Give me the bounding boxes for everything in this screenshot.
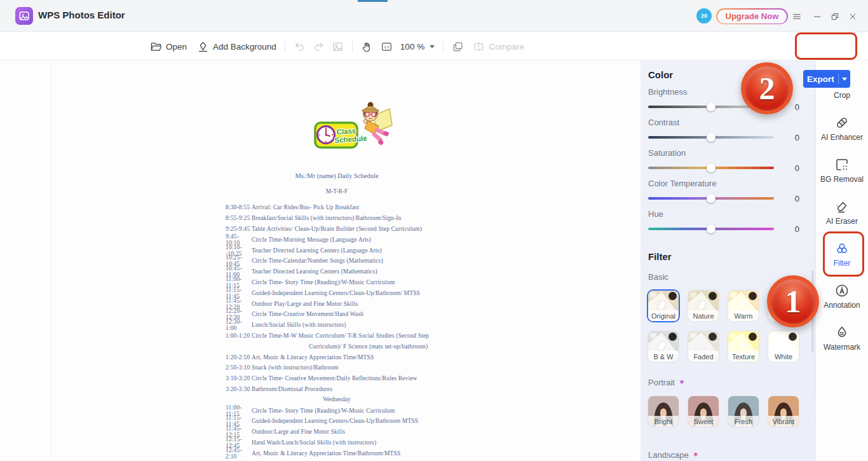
landscape-label: Landscape ✶ xyxy=(648,450,808,460)
filter-tile-label: Texture xyxy=(728,351,759,362)
slider-label: Color Temperature xyxy=(648,179,808,189)
undo-icon[interactable] xyxy=(294,41,306,53)
bg-removal-icon xyxy=(834,157,850,172)
actual-size-icon[interactable]: 1:1 xyxy=(381,41,393,53)
sparkle-icon: ✶ xyxy=(693,450,699,459)
tool-filter[interactable]: Filter xyxy=(818,241,866,270)
filter-tile-bw[interactable]: B & W xyxy=(648,331,679,362)
schedule-days-header: M-T-R-F xyxy=(210,188,464,198)
menu-icon[interactable] xyxy=(791,11,802,22)
toolbar-separator xyxy=(285,41,285,52)
filter-tile-faded[interactable]: Faded xyxy=(688,331,719,362)
hand-tool-icon[interactable] xyxy=(361,41,373,53)
filter-tile-label: Warm xyxy=(728,310,759,321)
folder-open-icon xyxy=(150,41,162,53)
filter-tile-nature[interactable]: Nature xyxy=(688,291,719,321)
tool-label: Crop xyxy=(834,91,850,100)
tool-bg-removal[interactable]: BG Removal xyxy=(818,157,866,186)
filter-tile-white[interactable]: White xyxy=(768,331,799,362)
portrait-filter-tile-vibrant[interactable]: Vibrant xyxy=(768,396,799,427)
zoom-level-dropdown[interactable]: 100 % xyxy=(400,42,435,52)
toolbar-separator xyxy=(352,41,353,52)
export-button[interactable]: Export xyxy=(803,70,850,88)
slider-track-hue[interactable] xyxy=(648,228,774,230)
slider-handle[interactable] xyxy=(707,194,715,203)
filter-icon xyxy=(834,241,850,256)
restore-icon[interactable] xyxy=(829,11,840,22)
filter-tile-label: Bright xyxy=(648,416,679,427)
avatar[interactable]: 20 xyxy=(696,8,712,24)
schedule-rows: 8:30-8:55Arrival: Car Rides/Bus- Pick Up… xyxy=(210,202,464,394)
slider-contrast: Contrast0 xyxy=(648,118,808,142)
close-icon[interactable] xyxy=(847,11,858,22)
slider-saturation: Saturation0 xyxy=(648,148,808,172)
portrait-filter-grid: BrightSweetFreshVibrant xyxy=(648,396,808,427)
insert-image-icon[interactable] xyxy=(332,41,344,53)
wps-photos-editor-window: WPS Photos Editor 20 Upgrade Now Open Ad… xyxy=(0,0,868,461)
filter-tile-label: Vibrant xyxy=(768,416,799,427)
slider-value: 0 xyxy=(774,133,799,142)
slider-label: Saturation xyxy=(648,148,808,158)
slider-track-saturation[interactable] xyxy=(648,167,774,169)
schedule-rows-wednesday: 11:00-11:15Circle Time- Story Time (Read… xyxy=(210,405,464,461)
slider-handle[interactable] xyxy=(707,133,715,142)
slider-value: 0 xyxy=(774,194,799,203)
minimize-icon[interactable] xyxy=(811,11,822,22)
svg-text:1:1: 1:1 xyxy=(384,45,389,49)
step-badge-1: 1 xyxy=(767,275,819,327)
tool-ai-eraser[interactable]: AI Eraser xyxy=(818,199,866,228)
compare-button[interactable]: Compare xyxy=(473,41,524,53)
portrait-filter-tile-fresh[interactable]: Fresh xyxy=(728,396,759,427)
slider-value: 0 xyxy=(774,224,799,234)
add-background-button[interactable]: Add Background xyxy=(197,41,276,53)
filter-tile-original[interactable]: Original xyxy=(648,291,679,321)
caret-down-icon xyxy=(430,45,435,48)
schedule-row: 3:10-3:20Circle Time- Creative Movement/… xyxy=(210,373,464,384)
toolbar-separator xyxy=(443,41,444,52)
portrait-filter-tile-bright[interactable]: Bright xyxy=(648,396,679,427)
slider-track-temperature[interactable] xyxy=(648,197,774,200)
canvas-edge xyxy=(51,60,51,461)
slider-handle[interactable] xyxy=(707,163,715,172)
filter-heading: Filter xyxy=(648,251,808,263)
tool-label: AI Eraser xyxy=(826,217,858,226)
redo-icon[interactable] xyxy=(313,41,325,53)
slider-handle[interactable] xyxy=(707,102,715,111)
slider-temperature: Color Temperature0 xyxy=(648,179,808,203)
schedule-title: Ms./Mr (name) Daily Schedule xyxy=(210,172,464,183)
export-caret-icon[interactable] xyxy=(839,78,850,81)
class-schedule-clipart: Class Schedule xyxy=(313,99,396,151)
tool-ai-enhancer[interactable]: AI Enhancer xyxy=(818,115,866,144)
tool-watermark[interactable]: Watermark xyxy=(818,325,866,354)
slider-value: 0 xyxy=(774,163,799,173)
schedule-row: 1:20-2:50Art, Music & Literacy Appreciat… xyxy=(210,352,464,362)
canvas[interactable]: Ms./Mr (name) Daily Schedule M-T-R-F 8:3… xyxy=(0,60,641,461)
open-button[interactable]: Open xyxy=(150,41,187,53)
ai-enhancer-icon xyxy=(834,115,850,130)
filter-tile-label: Nature xyxy=(688,310,719,321)
filter-tile-label: B & W xyxy=(648,351,679,362)
canvas-image[interactable]: Ms./Mr (name) Daily Schedule M-T-R-F 8:3… xyxy=(210,172,464,461)
schedule-row: 12:45-2:10Art, Music & Literacy Apprecia… xyxy=(210,448,464,458)
slider-track-contrast[interactable] xyxy=(648,136,774,139)
svg-text:Schedule: Schedule xyxy=(334,134,367,144)
tools-sidebar: CropAI EnhancerBG RemovalAI EraserFilter… xyxy=(816,60,868,461)
upgrade-now-button[interactable]: Upgrade Now xyxy=(716,8,788,24)
schedule-row: 2:50-3:10Snack (with instructors)/Bathro… xyxy=(210,362,464,373)
svg-text:Class: Class xyxy=(336,127,356,135)
filter-tile-warm[interactable]: Warm xyxy=(728,291,759,321)
filter-tile-label: Fresh xyxy=(728,416,759,427)
portrait-label: Portrait ✶ xyxy=(648,377,808,387)
toolbar: Open Add Background 1:1 100 % xyxy=(0,32,868,60)
ai-eraser-icon xyxy=(834,199,850,214)
tool-label: Annotation xyxy=(824,301,860,310)
slider-handle[interactable] xyxy=(707,224,715,233)
tool-annotation[interactable]: Annotation xyxy=(818,283,866,312)
watermark-icon xyxy=(834,325,850,340)
title-bar: WPS Photos Editor 20 Upgrade Now xyxy=(0,0,868,32)
portrait-filter-tile-sweet[interactable]: Sweet xyxy=(688,396,719,427)
schedule-row: 8:30-8:55Arrival: Car Rides/Bus- Pick Up… xyxy=(210,202,464,213)
filter-tile-label: Sweet xyxy=(688,416,719,427)
filter-tile-texture[interactable]: Texture xyxy=(728,331,759,362)
layers-icon[interactable] xyxy=(452,41,464,53)
